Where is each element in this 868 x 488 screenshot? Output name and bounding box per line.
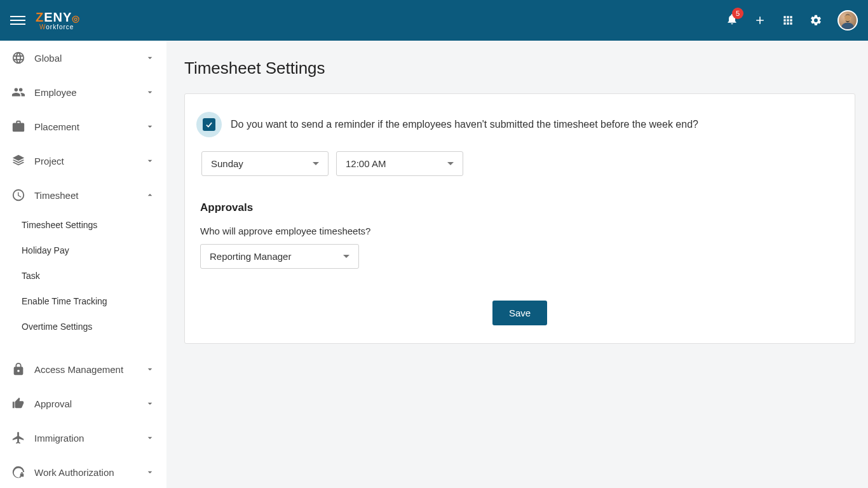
sidebar-item-approval[interactable]: Approval	[0, 386, 166, 421]
chevron-down-icon	[145, 467, 155, 477]
sidebar-label: Timesheet	[34, 190, 145, 201]
sidebar-item-timesheet[interactable]: Timesheet	[0, 178, 166, 212]
day-select-value: Sunday	[211, 158, 243, 169]
sidebar-label: Project	[34, 156, 145, 166]
sidebar-label: Access Management	[34, 364, 145, 375]
approver-question-label: Who will approve employee timesheets?	[200, 226, 839, 236]
sidebar-label: Immigration	[34, 433, 145, 444]
sidebar-label: Work Authorization	[34, 467, 145, 478]
time-select[interactable]: 12:00 AM	[336, 151, 463, 176]
briefcase-icon	[11, 119, 25, 133]
notifications-button[interactable]: 5	[726, 13, 738, 28]
checkbox-halo	[196, 112, 222, 137]
svg-point-1	[841, 23, 853, 30]
gear-icon[interactable]	[810, 14, 822, 27]
thumbup-icon	[11, 396, 25, 410]
people-icon	[11, 85, 25, 99]
sidebar: Global Employee Placement Project Timesh…	[0, 41, 166, 488]
chevron-down-icon	[145, 53, 155, 63]
reminder-checkbox[interactable]	[203, 118, 215, 131]
sidebar-sub-timesheet-settings[interactable]: Timesheet Settings	[0, 212, 166, 238]
settings-card: Do you want to send a reminder if the em…	[184, 93, 855, 344]
sidebar-item-work-authorization[interactable]: Work Authorization	[0, 455, 166, 488]
sidebar-sub-task[interactable]: Task	[0, 263, 166, 288]
notification-badge: 5	[732, 8, 743, 19]
clock-icon	[11, 188, 25, 202]
sidebar-item-global[interactable]: Global	[0, 41, 166, 75]
svg-point-2	[845, 15, 851, 20]
time-select-value: 12:00 AM	[346, 158, 386, 169]
topbar: ZENY◎ Workforce 5	[0, 0, 868, 41]
menu-toggle-button[interactable]	[10, 13, 25, 28]
approver-select-value: Reporting Manager	[210, 251, 291, 262]
sidebar-item-project[interactable]: Project	[0, 144, 166, 178]
chevron-down-icon	[145, 433, 155, 443]
main-content: Timesheet Settings Do you want to send a…	[166, 41, 868, 488]
dropdown-arrow-icon	[447, 161, 454, 167]
sidebar-item-employee[interactable]: Employee	[0, 75, 166, 109]
sidebar-item-placement[interactable]: Placement	[0, 109, 166, 144]
plus-icon[interactable]	[754, 14, 766, 27]
chevron-down-icon	[145, 156, 155, 166]
chevron-down-icon	[145, 87, 155, 97]
day-select[interactable]: Sunday	[201, 151, 329, 176]
logo[interactable]: ZENY◎ Workforce	[36, 10, 80, 30]
sidebar-sub-enable-time-tracking[interactable]: Enable Time Tracking	[0, 288, 166, 314]
check-icon	[205, 120, 214, 129]
dropdown-arrow-icon	[343, 254, 349, 260]
save-button[interactable]: Save	[492, 301, 547, 325]
sidebar-item-access-management[interactable]: Access Management	[0, 352, 166, 386]
page-title: Timesheet Settings	[184, 58, 855, 78]
sidebar-label: Approval	[34, 398, 145, 409]
sidebar-label: Global	[34, 53, 145, 64]
globe-lock-icon	[11, 465, 25, 479]
globe-icon	[11, 51, 25, 65]
sidebar-item-immigration[interactable]: Immigration	[0, 421, 166, 455]
apps-icon[interactable]	[782, 14, 794, 27]
approver-select[interactable]: Reporting Manager	[200, 244, 359, 269]
chevron-down-icon	[145, 398, 155, 409]
sidebar-label: Employee	[34, 87, 145, 98]
sidebar-sub-overtime-settings[interactable]: Overtime Settings	[0, 314, 166, 339]
sidebar-sub-holiday-pay[interactable]: Holiday Pay	[0, 238, 166, 263]
lock-icon	[11, 362, 25, 376]
chevron-up-icon	[145, 190, 155, 200]
chevron-down-icon	[145, 121, 155, 132]
layers-icon	[11, 154, 25, 168]
approvals-heading: Approvals	[200, 201, 839, 214]
sidebar-label: Placement	[34, 121, 145, 132]
chevron-down-icon	[145, 364, 155, 374]
avatar[interactable]	[837, 10, 858, 30]
dropdown-arrow-icon	[313, 161, 319, 167]
plane-icon	[11, 431, 25, 445]
reminder-question-label: Do you want to send a reminder if the em…	[231, 119, 698, 130]
